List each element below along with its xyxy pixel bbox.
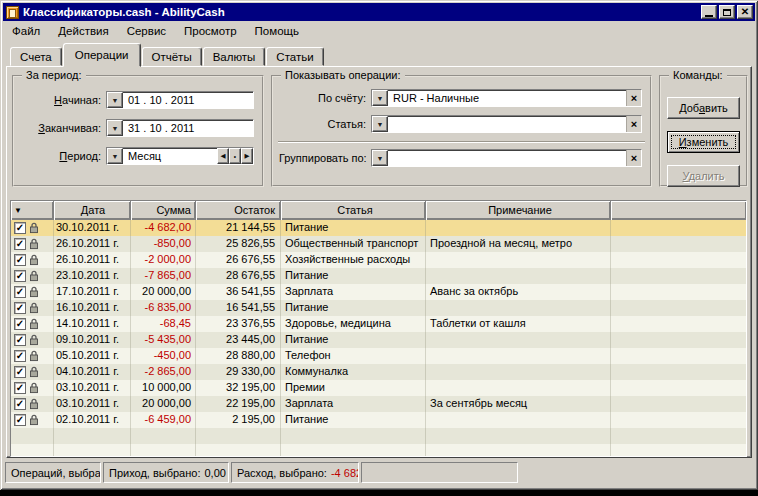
tab-articles[interactable]: Статьи <box>266 47 323 66</box>
table-row[interactable]: ✓02.10.2011 г.-6 459,002 195,00Питание <box>11 412 746 428</box>
period-current-button[interactable]: • <box>229 148 241 164</box>
row-select-cell: ✓ <box>11 220 54 236</box>
column-header-sum[interactable]: Сумма <box>131 201 196 220</box>
titlebar: Классификаторы.cash - AbilityCash ✕ <box>3 3 755 21</box>
end-date-dropdown-button[interactable]: ▼ <box>107 120 123 136</box>
cell-sum: -2 000,00 <box>131 252 196 268</box>
table-row[interactable]: ✓14.10.2011 г.-68,4523 376,55Здоровье, м… <box>11 316 746 332</box>
account-filter-value[interactable]: RUR - Наличные <box>388 90 626 106</box>
group-by-dropdown-button[interactable]: ▼ <box>372 150 388 166</box>
commands-groupbox: Команды: Добавить Изменить Удалить <box>659 75 748 187</box>
column-header-balance[interactable]: Остаток <box>196 201 281 220</box>
cell-balance: 16 541,55 <box>196 300 281 316</box>
end-date-value[interactable]: 31 . 10 . 2011 <box>123 120 253 136</box>
table-row[interactable]: ✓30.10.2011 г.-4 682,0021 144,55Питание <box>11 220 746 236</box>
group-by-clear-button[interactable]: × <box>626 150 641 166</box>
tab-reports[interactable]: Отчёты <box>142 47 202 66</box>
cell-sum: -7 865,00 <box>131 268 196 284</box>
cell-note <box>426 364 611 380</box>
start-date-dropdown-button[interactable]: ▼ <box>107 92 123 108</box>
column-header-date[interactable]: Дата <box>54 201 131 220</box>
minimize-button[interactable] <box>701 5 717 19</box>
account-filter-row: По счёту: ▼ RUR - Наличные × <box>279 89 642 107</box>
row-checkbox[interactable]: ✓ <box>14 366 26 378</box>
menu-item-file[interactable]: Файл <box>3 23 49 39</box>
row-checkbox[interactable]: ✓ <box>14 254 26 266</box>
table-row[interactable]: ✓09.10.2011 г.-5 435,0023 445,00Питание <box>11 332 746 348</box>
cell-balance: 29 330,00 <box>196 364 281 380</box>
row-checkbox[interactable]: ✓ <box>14 318 26 330</box>
add-button[interactable]: Добавить <box>667 97 740 119</box>
period-field[interactable]: ▼ Месяц ◀ • ▶ <box>106 147 254 165</box>
group-by-value[interactable] <box>388 150 626 166</box>
article-clear-button[interactable]: × <box>626 116 641 132</box>
table-row-empty <box>11 444 746 456</box>
menu-item-view[interactable]: Просмотр <box>175 23 246 39</box>
close-button[interactable]: ✕ <box>737 5 753 19</box>
cell-note: Проездной на месяц, метро <box>426 236 611 252</box>
account-dropdown-button[interactable]: ▼ <box>372 90 388 106</box>
period-dropdown-button[interactable]: ▼ <box>107 148 123 164</box>
table-row[interactable]: ✓04.10.2011 г.-2 865,0029 330,00Коммунал… <box>11 364 746 380</box>
article-filter-label: Статья: <box>279 118 371 130</box>
edit-button[interactable]: Изменить <box>667 131 740 153</box>
cell-balance: 25 826,55 <box>196 236 281 252</box>
row-checkbox[interactable]: ✓ <box>14 398 26 410</box>
filter-column-header[interactable]: ▼ <box>11 201 54 220</box>
tab-currencies[interactable]: Валюты <box>203 47 266 66</box>
cell-category <box>281 444 426 456</box>
period-prev-button[interactable]: ◀ <box>217 148 229 164</box>
tab-operations[interactable]: Операции <box>63 43 141 67</box>
row-checkbox[interactable]: ✓ <box>14 270 26 282</box>
start-date-field[interactable]: ▼ 01 . 10 . 2011 <box>106 91 254 109</box>
menu-item-actions[interactable]: Действия <box>49 23 117 39</box>
statusbar: Операций, выбрано: 1 Приход, выбрано: 0,… <box>5 461 753 484</box>
app-icon <box>6 6 19 19</box>
table-row[interactable]: ✓23.10.2011 г.-7 865,0028 676,55Питание <box>11 268 746 284</box>
end-date-field[interactable]: ▼ 31 . 10 . 2011 <box>106 119 254 137</box>
table-row[interactable]: ✓03.10.2011 г.10 000,0032 195,00Премии <box>11 380 746 396</box>
screen: Классификаторы.cash - AbilityCash ✕ Файл… <box>0 0 758 496</box>
article-filter-value[interactable] <box>388 116 626 132</box>
article-dropdown-button[interactable]: ▼ <box>372 116 388 132</box>
table-row[interactable]: ✓05.10.2011 г.-450,0028 880,00Телефон <box>11 348 746 364</box>
row-checkbox[interactable]: ✓ <box>14 350 26 362</box>
row-checkbox[interactable]: ✓ <box>14 222 26 234</box>
period-value[interactable]: Месяц <box>123 148 217 164</box>
menu-item-service[interactable]: Сервис <box>118 23 175 39</box>
table-row[interactable]: ✓03.10.2011 г.20 000,0022 195,00Зарплата… <box>11 396 746 412</box>
row-checkbox[interactable]: ✓ <box>14 302 26 314</box>
arrow-left-icon: ◀ <box>221 152 226 160</box>
menu-item-help[interactable]: Помощь <box>246 23 308 39</box>
start-date-value[interactable]: 01 . 10 . 2011 <box>123 92 253 108</box>
table-row[interactable]: ✓17.10.2011 г.20 000,0036 541,55Зарплата… <box>11 284 746 300</box>
column-header-category[interactable]: Статья <box>281 201 426 220</box>
group-by-label: Группировать по: <box>279 152 371 164</box>
column-header-note[interactable]: Примечание <box>426 201 611 220</box>
table-row[interactable]: ✓26.10.2011 г.-2 000,0026 676,55Хозяйств… <box>11 252 746 268</box>
cell-date: 23.10.2011 г. <box>54 268 131 284</box>
article-filter-field[interactable]: ▼ × <box>371 115 642 133</box>
cell-filler <box>611 428 746 444</box>
cell-filler <box>611 348 746 364</box>
group-by-field[interactable]: ▼ × <box>371 149 642 167</box>
row-checkbox[interactable]: ✓ <box>14 382 26 394</box>
row-checkbox[interactable]: ✓ <box>14 238 26 250</box>
account-filter-field[interactable]: ▼ RUR - Наличные × <box>371 89 642 107</box>
row-checkbox[interactable]: ✓ <box>14 286 26 298</box>
maximize-button[interactable] <box>719 5 735 19</box>
row-select-cell: ✓ <box>11 332 54 348</box>
table-row[interactable]: ✓26.10.2011 г.-850,0025 826,55Общественн… <box>11 236 746 252</box>
period-next-button[interactable]: ▶ <box>241 148 253 164</box>
tab-accounts[interactable]: Счета <box>10 47 62 66</box>
table-row[interactable]: ✓16.10.2011 г.-6 835,0016 541,55Питание <box>11 300 746 316</box>
cell-category: Коммуналка <box>281 364 426 380</box>
row-checkbox[interactable]: ✓ <box>14 414 26 426</box>
cell-sum <box>131 428 196 444</box>
cell-category: Питание <box>281 220 426 236</box>
cell-category: Питание <box>281 268 426 284</box>
account-clear-button[interactable]: × <box>626 90 641 106</box>
row-checkbox[interactable]: ✓ <box>14 334 26 346</box>
cell-filler <box>611 444 746 456</box>
cell-filler <box>611 268 746 284</box>
